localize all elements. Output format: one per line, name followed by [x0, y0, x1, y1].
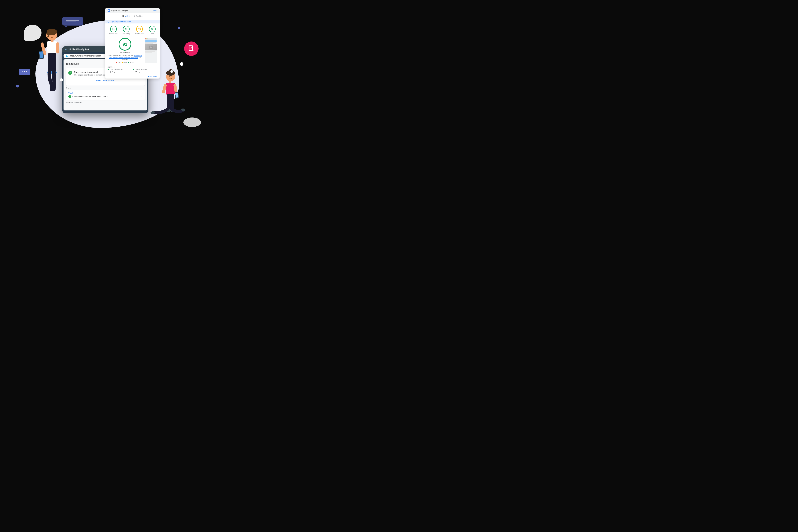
ss-image-icon — [149, 46, 153, 49]
mobile-check-icon — [187, 45, 195, 53]
ss-dot-red — [145, 38, 146, 39]
decorative-dot-white-right2 — [180, 62, 183, 66]
tab-mobile[interactable]: 📱 Mobile — [122, 15, 130, 18]
legend-label-red: 0–49 — [118, 62, 120, 63]
score-accessibility: 91 Accessibility — [122, 26, 130, 35]
decorative-dot-blue-right — [178, 27, 180, 29]
legend-dot-green — [128, 62, 129, 63]
svg-point-4 — [108, 10, 110, 11]
big-score-container: 91 Performance — [108, 38, 142, 54]
svg-rect-22 — [56, 42, 59, 54]
ss-text-2 — [145, 43, 153, 44]
performance-score-link[interactable]: performance score is calculated directly… — [109, 55, 142, 59]
chat-dot — [26, 71, 27, 72]
big-score-label: Performance — [108, 52, 142, 54]
person-left — [36, 25, 65, 105]
chat-line — [66, 22, 76, 22]
legend-red: 0–49 — [116, 62, 120, 63]
psi-tabs: 📱 Mobile 🖥 Desktop — [105, 13, 159, 20]
chat-bubble-top — [62, 17, 83, 25]
psi-main-section: 91 Performance Values are estimated and … — [105, 36, 159, 65]
ss-text-1 — [145, 42, 156, 43]
chat-bubble-small — [19, 69, 30, 75]
ss-text-3 — [145, 51, 155, 52]
desktop-tab-icon: 🖥 — [134, 15, 135, 17]
globe-icon: 🌐 — [66, 55, 69, 57]
metric-dot-tti — [133, 69, 134, 70]
crawl-expand-icon[interactable]: ∨ — [141, 95, 142, 98]
crawl-check-icon — [68, 95, 71, 98]
psi-header: PageSpeed Insights Docs — [105, 8, 159, 13]
legend-dot-red — [116, 62, 117, 63]
psi-scores-row: 91 Performance 91 Accessibility 75 Best … — [105, 23, 159, 36]
svg-rect-14 — [51, 40, 54, 42]
legend-orange: 50–89 — [121, 62, 127, 63]
ss-dot-yellow — [146, 38, 147, 39]
person-left-svg — [36, 25, 65, 105]
big-score-circle: 91 — [119, 38, 131, 51]
oval-white-decoration — [183, 117, 201, 127]
ss-dot-green — [148, 38, 148, 39]
test-results-title: Test results — [66, 62, 79, 65]
score-label-accessibility: Accessibility — [122, 33, 130, 35]
chat-lines — [66, 20, 79, 22]
details-label: Details — [66, 87, 145, 89]
score-legend: 0–49 50–89 90–100 — [108, 62, 142, 63]
metric-tti-content: Time to Interactive 2.5s — [135, 69, 147, 74]
metrics-label: METRICS — [108, 66, 157, 68]
metric-fcp-name: First Contentful Paint — [110, 69, 123, 70]
psi-screenshot — [145, 38, 157, 63]
ss-text-4 — [145, 52, 152, 53]
checkmark-svg — [69, 72, 71, 74]
additional-resources-label: Additional resources — [66, 101, 145, 103]
metric-dot-fcp — [108, 69, 109, 70]
svg-rect-31 — [170, 94, 174, 110]
svg-rect-30 — [167, 94, 170, 110]
back-button[interactable]: ← — [65, 48, 68, 51]
expand-view-link[interactable]: Expand view — [105, 75, 159, 78]
legend-dot-orange — [121, 62, 123, 63]
score-label-best-practices: Best Practices — [135, 33, 144, 35]
diagnose-radio — [108, 21, 109, 22]
pagespeed-icon — [108, 9, 110, 12]
score-label-performance: Performance — [109, 33, 118, 35]
tablet-title: Mobile-Friendly Test — [69, 48, 89, 51]
crawl-result-left: Crawled successfully on 3 Feb 2023, 12:1… — [68, 95, 109, 98]
view-tested-button[interactable]: VIEW TESTED PAGE — [68, 78, 142, 83]
metrics-grid: First Contentful Paint 1.1s Time to Inte… — [108, 69, 157, 74]
score-value-accessibility: 91 — [125, 28, 127, 30]
svg-point-2 — [191, 51, 191, 51]
ss-image — [145, 44, 157, 51]
decorative-dot-blue-left — [16, 84, 19, 88]
details-section: Details Crawl Crawled successfully on 3 … — [66, 87, 145, 103]
score-circle-best-practices: 75 — [136, 26, 143, 33]
decorative-dot-white-right — [170, 70, 173, 73]
crawl-section: Crawl Crawled successfully on 3 Feb 2023… — [66, 90, 145, 100]
svg-rect-13 — [48, 41, 57, 54]
crawl-label: Crawl — [68, 92, 142, 94]
metric-tti-value: 2.5s — [135, 71, 147, 74]
legend-label-orange: 50–89 — [123, 62, 127, 63]
tab-desktop[interactable]: 🖥 Desktop — [134, 15, 143, 18]
svg-rect-29 — [166, 83, 175, 95]
score-circle-accessibility: 91 — [123, 26, 130, 33]
score-label-seo: SEO — [151, 33, 154, 35]
screenshot-body — [145, 40, 157, 54]
desktop-tab-label: Desktop — [136, 15, 143, 17]
psi-docs-link[interactable]: Docs — [153, 10, 157, 12]
legend-green: 90–100 — [128, 62, 134, 63]
diagnose-bar: Diagnose performance issues — [105, 20, 159, 23]
crawl-result: Crawled successfully on 3 Feb 2023, 12:1… — [68, 95, 142, 98]
svg-point-6 — [150, 46, 151, 47]
svg-rect-21 — [39, 51, 43, 58]
score-seo: 93 SEO — [149, 26, 156, 35]
score-circle-seo: 93 — [149, 26, 156, 33]
metric-fcp: First Contentful Paint 1.1s — [108, 69, 132, 74]
score-performance: 91 Performance — [109, 26, 118, 35]
score-value-seo: 93 — [151, 28, 153, 30]
svg-point-26 — [169, 76, 170, 77]
metric-tti: Time to Interactive 2.5s — [133, 69, 157, 74]
svg-rect-28 — [169, 81, 171, 83]
svg-point-27 — [172, 76, 172, 77]
metric-fcp-content: First Contentful Paint 1.1s — [110, 69, 123, 74]
